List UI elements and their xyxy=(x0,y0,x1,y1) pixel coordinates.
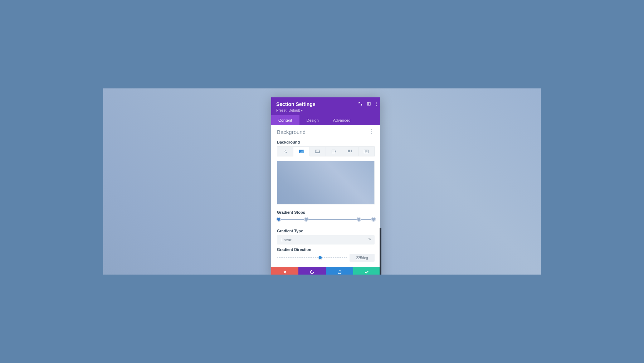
gradient-type-select[interactable] xyxy=(277,235,375,245)
gradient-stops-label: Gradient Stops xyxy=(277,210,375,214)
tab-design[interactable]: Design xyxy=(299,115,326,125)
background-label: Background xyxy=(277,140,375,144)
cancel-button[interactable] xyxy=(271,267,298,275)
modal-header[interactable]: Section Settings Preset: Default ▾ xyxy=(271,97,380,115)
gradient-stops-slider[interactable] xyxy=(277,217,375,222)
gradient-stop-1[interactable] xyxy=(277,217,281,221)
bg-tab-image[interactable] xyxy=(310,146,326,156)
gradient-preview[interactable] xyxy=(277,161,375,204)
header-actions xyxy=(358,102,377,106)
paint-bucket-icon xyxy=(283,149,287,154)
background-type-tabs xyxy=(277,146,375,156)
svg-point-2 xyxy=(376,102,376,102)
gradient-icon xyxy=(299,150,304,153)
video-icon xyxy=(332,150,336,153)
svg-rect-15 xyxy=(351,151,352,152)
gradient-direction-row xyxy=(277,254,375,262)
tab-content[interactable]: Content xyxy=(271,115,299,125)
svg-rect-0 xyxy=(367,102,370,105)
bg-tab-video[interactable] xyxy=(326,146,342,156)
svg-rect-10 xyxy=(348,150,349,151)
settings-tabs: Content Design Advanced xyxy=(271,115,380,125)
gradient-stop-3[interactable] xyxy=(357,217,361,221)
svg-rect-12 xyxy=(351,150,352,151)
svg-rect-13 xyxy=(348,151,349,152)
svg-point-8 xyxy=(316,151,317,151)
bg-tab-color[interactable] xyxy=(277,146,293,156)
svg-rect-14 xyxy=(349,151,350,152)
page-canvas: Section Settings Preset: Default ▾ Conte… xyxy=(103,88,541,275)
svg-rect-11 xyxy=(349,150,350,151)
svg-point-5 xyxy=(286,152,287,153)
pattern-icon xyxy=(348,150,352,153)
svg-point-4 xyxy=(376,105,376,106)
undo-icon xyxy=(310,270,314,274)
direction-input[interactable] xyxy=(350,254,375,262)
scrollbar-thumb[interactable] xyxy=(380,228,381,275)
mask-icon xyxy=(364,150,369,153)
svg-point-3 xyxy=(376,103,376,104)
preset-selector[interactable]: Preset: Default ▾ xyxy=(276,108,375,112)
undo-button[interactable] xyxy=(298,267,326,275)
section-menu-icon[interactable]: ⋮ xyxy=(369,131,375,133)
direction-handle[interactable] xyxy=(318,256,322,260)
redo-button[interactable] xyxy=(326,267,353,275)
gradient-stop-2[interactable] xyxy=(304,217,308,221)
tab-advanced[interactable]: Advanced xyxy=(326,115,358,125)
modal-footer xyxy=(271,267,380,275)
redo-icon xyxy=(337,270,342,274)
gradient-direction-label: Gradient Direction xyxy=(277,247,375,252)
direction-track xyxy=(277,257,347,258)
close-icon xyxy=(283,270,287,274)
section-heading: Background xyxy=(277,129,306,135)
more-icon[interactable] xyxy=(376,102,377,106)
direction-slider[interactable] xyxy=(277,255,347,260)
settings-content: Background xyxy=(271,137,380,267)
bg-tab-mask[interactable] xyxy=(358,146,375,156)
save-button[interactable] xyxy=(353,267,380,275)
bg-tab-pattern[interactable] xyxy=(342,146,358,156)
svg-rect-9 xyxy=(332,150,335,153)
section-heading-row: Background ⋮ xyxy=(271,125,380,137)
gradient-stop-4[interactable] xyxy=(372,217,376,221)
gradient-type-label: Gradient Type xyxy=(277,229,375,233)
settings-modal: Section Settings Preset: Default ▾ Conte… xyxy=(271,97,380,275)
check-icon xyxy=(365,270,369,274)
bg-tab-gradient[interactable] xyxy=(293,146,309,156)
layout-icon[interactable] xyxy=(367,102,371,106)
image-icon xyxy=(315,150,320,153)
expand-icon[interactable] xyxy=(358,102,362,106)
gradient-type-select-wrap: ⇅ xyxy=(277,235,375,245)
